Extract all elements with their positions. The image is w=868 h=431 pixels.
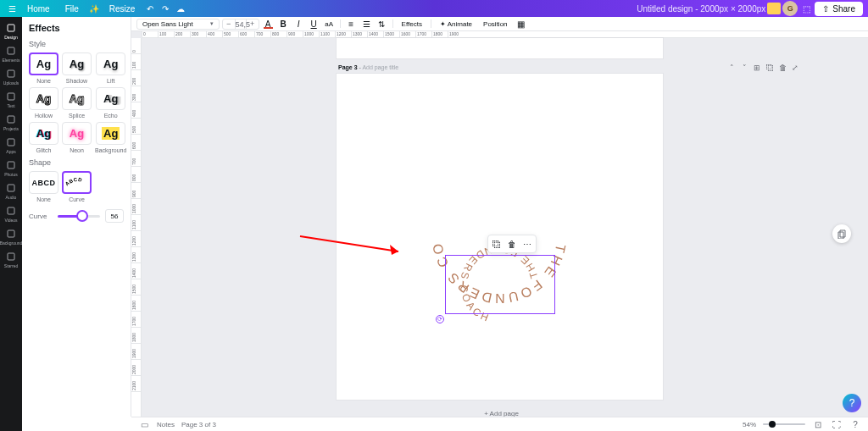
selection-box[interactable]: ⟳ <box>445 255 555 314</box>
size-plus[interactable]: + <box>247 19 259 28</box>
curve-slider[interactable] <box>58 215 100 218</box>
font-size-input[interactable]: 54,5 <box>235 19 247 29</box>
expand-page-icon[interactable]: ⤢ <box>790 63 800 73</box>
bottom-bar: ▭ Notes Page 3 of 3 54% ⊡ ⛶ ? <box>131 417 868 431</box>
crown-icon[interactable] <box>767 2 781 15</box>
top-bar: ☰ Home File ✨ Resize ↶ ↷ ☁ Untitled desi… <box>0 0 868 17</box>
svg-rect-6 <box>8 162 14 169</box>
delete-icon[interactable]: 🗑 <box>505 237 519 251</box>
notes-button[interactable]: Notes <box>157 421 175 428</box>
rail-elements[interactable]: Elements <box>0 43 22 65</box>
rail-photos[interactable]: Photos <box>0 157 22 180</box>
effects-button[interactable]: Effects <box>398 20 426 28</box>
page-indicator[interactable]: Page 3 of 3 <box>181 421 216 428</box>
case-icon[interactable]: aA <box>323 19 336 30</box>
shape-none[interactable]: ABCD None <box>29 171 58 202</box>
zoom-slider[interactable] <box>763 423 805 425</box>
animate-button[interactable]: ✦ Animate <box>436 20 476 28</box>
svg-rect-2 <box>8 70 14 77</box>
rail-videos[interactable]: Videos <box>0 203 22 225</box>
style-shadow[interactable]: AgShadow <box>62 52 92 84</box>
svg-rect-7 <box>8 185 14 191</box>
text-toolbar: Open Sans Light▾ − 54,5 + A B I U aA ≡ ☰… <box>131 17 868 31</box>
rail-projects[interactable]: Projects <box>0 112 22 134</box>
rail-starred[interactable]: Starred <box>0 249 22 271</box>
list-icon[interactable]: ☰ <box>360 19 373 30</box>
curve-value-input[interactable]: 56 <box>105 209 124 223</box>
panel-title: Effects <box>29 23 124 33</box>
page-toolbar: ˄ ˅ ⊞ ⿻ 🗑 ⤢ <box>726 63 800 73</box>
menu-icon[interactable]: ☰ <box>5 2 19 15</box>
effects-panel: Effects Style AgNoneAgShadowAgLiftAgHoll… <box>22 17 131 417</box>
font-size-stepper[interactable]: − 54,5 + <box>222 19 259 30</box>
floating-toolbar: ⿻ 🗑 ⋯ <box>487 235 537 253</box>
resize-button[interactable]: Resize <box>103 3 142 15</box>
italic-icon[interactable]: I <box>292 19 305 30</box>
rail-text[interactable]: Text <box>0 89 22 111</box>
fit-icon[interactable]: ⊡ <box>812 418 824 430</box>
svg-rect-3 <box>8 93 14 100</box>
svg-rect-9 <box>8 230 14 237</box>
duplicate-page-icon[interactable]: ⿻ <box>765 63 775 73</box>
rail-bg[interactable]: Background <box>0 226 22 248</box>
show-pages-fab[interactable] <box>832 224 851 243</box>
spacing-icon[interactable]: ⇅ <box>376 19 388 30</box>
zoom-value[interactable]: 54% <box>743 421 756 428</box>
help-icon-bottom[interactable]: ? <box>849 418 861 430</box>
share-button[interactable]: ⇧ Share <box>815 2 863 16</box>
svg-rect-10 <box>8 253 14 260</box>
style-splice[interactable]: AgSplice <box>62 87 92 119</box>
rail-design[interactable]: Design <box>0 20 22 42</box>
style-none[interactable]: AgNone <box>29 52 58 84</box>
delete-page-icon[interactable]: 🗑 <box>777 63 787 73</box>
page-up-icon[interactable]: ˄ <box>726 63 737 73</box>
duplicate-icon[interactable]: ⿻ <box>490 237 504 251</box>
undo-icon[interactable]: ↶ <box>143 2 157 15</box>
insights-icon[interactable]: ⬚ <box>799 2 813 15</box>
font-select[interactable]: Open Sans Light▾ <box>136 19 220 30</box>
document-title[interactable]: Untitled design - 2000px × 2000px <box>637 4 765 14</box>
style-hollow[interactable]: AgHollow <box>29 87 58 119</box>
grid-icon[interactable]: ⊞ <box>752 63 762 73</box>
home-button[interactable]: Home <box>20 3 57 15</box>
style-neon[interactable]: AgNeon <box>62 122 92 153</box>
style-glitch[interactable]: AgGlitch <box>29 122 58 153</box>
horizontal-ruler: 0100200300400500600700800900100011001200… <box>142 31 868 38</box>
previous-page-peek: THE FOUNDERS COACH <box>337 38 663 58</box>
redo-icon[interactable]: ↷ <box>159 2 172 15</box>
shape-heading: Shape <box>29 158 124 167</box>
file-menu[interactable]: File <box>58 3 86 15</box>
style-lift[interactable]: AgLift <box>95 52 126 84</box>
transparency-icon[interactable]: ▦ <box>515 19 527 30</box>
canvas-area: 0100200300400500600700800900100011001200… <box>131 31 868 417</box>
size-minus[interactable]: − <box>223 19 235 28</box>
style-bg[interactable]: AgBackground <box>95 122 126 153</box>
fullscreen-icon[interactable]: ⛶ <box>831 418 843 430</box>
align-icon[interactable]: ≡ <box>345 19 358 30</box>
svg-rect-5 <box>8 139 14 146</box>
curve-slider-label: Curve <box>29 213 53 220</box>
rotate-handle[interactable]: ⟳ <box>436 315 444 323</box>
text-color-icon[interactable]: A <box>262 19 275 30</box>
rail-audio[interactable]: Audio <box>0 180 22 202</box>
style-heading: Style <box>29 40 124 48</box>
avatar[interactable]: G <box>782 1 798 16</box>
help-bubble[interactable]: ? <box>843 394 861 412</box>
page-canvas[interactable]: THE FOUNDERS COACH THE FOUNDERS COACH ⟳ … <box>337 74 663 400</box>
underline-icon[interactable]: U <box>308 19 320 30</box>
bold-icon[interactable]: B <box>277 19 290 30</box>
page-label[interactable]: Page 3 - Add page title <box>338 64 398 70</box>
rail-uploads[interactable]: Uploads <box>0 66 22 88</box>
add-page-button[interactable]: + Add page <box>338 406 665 417</box>
rail-apps[interactable]: Apps <box>0 135 22 157</box>
page-down-icon[interactable]: ˅ <box>739 63 749 73</box>
more-icon[interactable]: ⋯ <box>520 237 534 251</box>
svg-rect-0 <box>8 25 14 31</box>
shape-curve[interactable]: ABCD Curve <box>62 171 92 202</box>
style-echo[interactable]: AgEcho <box>95 87 126 119</box>
magic-icon[interactable]: ✨ <box>87 2 101 15</box>
position-button[interactable]: Position <box>479 20 511 28</box>
svg-rect-4 <box>8 116 14 123</box>
notes-icon[interactable]: ▭ <box>138 418 150 430</box>
svg-rect-8 <box>8 207 14 214</box>
